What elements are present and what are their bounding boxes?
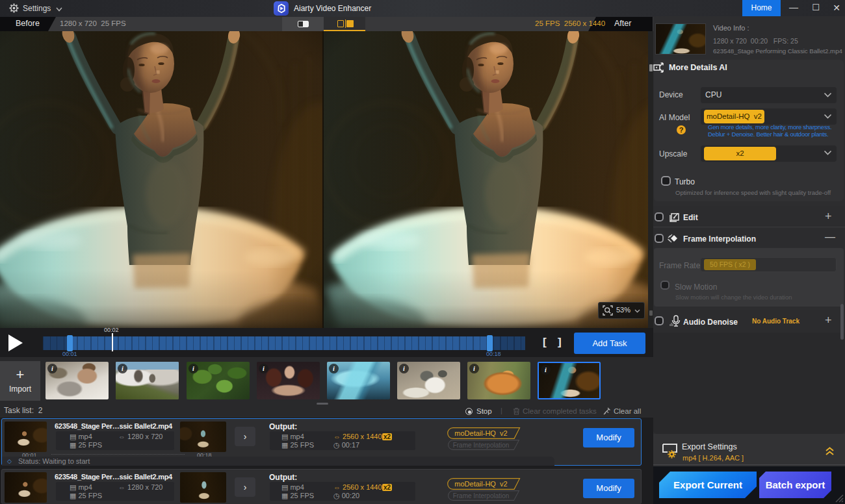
svg-text:moDetail-HQ v2: moDetail-HQ v2 bbox=[454, 429, 507, 437]
svg-text:moDetail-HQ v2: moDetail-HQ v2 bbox=[454, 480, 507, 488]
svg-text:Frame Interpolation: Frame Interpolation bbox=[453, 492, 510, 499]
svg-text:Frame Interpolation: Frame Interpolation bbox=[453, 442, 510, 449]
